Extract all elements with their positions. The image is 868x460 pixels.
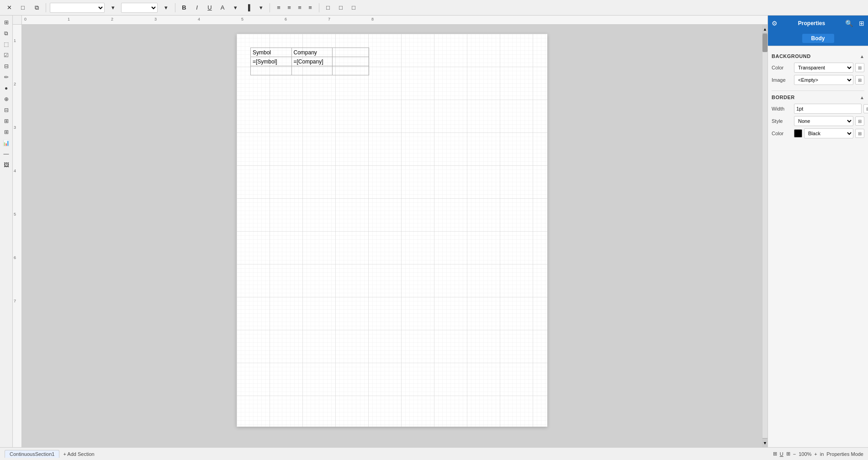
background-color-select[interactable]: Transparent (794, 63, 853, 73)
border-color-select[interactable]: Black (804, 128, 853, 138)
sidebar-point-icon[interactable]: ● (1, 83, 11, 93)
vertical-ruler: 1234567 (13, 25, 22, 447)
minimize-button[interactable]: □ (17, 2, 28, 13)
background-toggle[interactable]: ▲ (860, 54, 864, 59)
scroll-down-button[interactable]: ▼ (762, 438, 767, 447)
border-style-select[interactable]: None (794, 116, 853, 126)
background-color-expand[interactable]: ⊞ (855, 63, 864, 72)
add-section-button[interactable]: + Add Section (63, 451, 94, 457)
report-table: Symbol Company =[Symbol] =[Company] (250, 48, 369, 75)
background-image-select[interactable]: <Empty> (794, 75, 853, 85)
border-section-header: BORDER ▲ (772, 90, 864, 101)
background-color-label: Color (772, 65, 792, 70)
bottom-tools: ⊞ U ⊞ − 100% + in Properties Mode (773, 451, 863, 457)
divider-3 (270, 3, 270, 12)
sidebar-remove-icon[interactable]: ⊟ (1, 105, 11, 115)
italic-button[interactable]: I (192, 3, 202, 13)
highlight-dropdown[interactable]: ▾ (256, 3, 266, 13)
align-icon[interactable]: ⊞ (786, 451, 790, 457)
font-family-dropdown[interactable]: ▾ (107, 2, 118, 13)
border-width-input[interactable] (794, 104, 862, 114)
properties-extra-icon[interactable]: ⊞ (855, 16, 868, 31)
copy-button[interactable]: ⧉ (31, 2, 42, 13)
sidebar-section-icon[interactable]: ⬚ (1, 39, 11, 49)
zoom-plus[interactable]: + (814, 451, 817, 457)
sidebar-image-icon[interactable]: 🖼 (1, 160, 11, 170)
divider-1 (46, 3, 46, 12)
border-width-row: Width ⊞ (772, 104, 864, 114)
table-cell-empty-2 (291, 66, 333, 75)
sidebar-minus-icon[interactable]: ⊟ (1, 61, 11, 71)
scroll-up-button[interactable]: ▲ (762, 25, 767, 34)
divider-2 (175, 3, 175, 12)
section-tab[interactable]: ContinuousSection1 (5, 450, 59, 458)
underline-button[interactable]: U (205, 3, 215, 13)
page: Symbol Company =[Symbol] =[Company] (237, 34, 547, 427)
align-left-button[interactable]: ≡ (274, 3, 284, 13)
font-color-button[interactable]: A (217, 3, 228, 13)
sidebar-add-icon[interactable]: ⊕ (1, 94, 11, 104)
sidebar-check-icon[interactable]: ☑ (1, 50, 11, 60)
border-color-expand[interactable]: ⊞ (855, 129, 864, 138)
close-button[interactable]: ✕ (4, 2, 15, 13)
sidebar-select-icon[interactable]: ⧉ (1, 28, 11, 38)
font-size-select[interactable] (121, 3, 158, 13)
sidebar-chart-icon[interactable]: 📊 (1, 138, 11, 148)
background-image-expand[interactable]: ⊞ (855, 75, 864, 85)
sidebar-line-icon[interactable]: — (1, 149, 11, 159)
table-header-symbol: Symbol (251, 48, 292, 57)
border-style-expand[interactable]: ⊞ (855, 116, 864, 126)
table-cell-empty-1 (251, 66, 292, 75)
table-row: =[Symbol] =[Company] (251, 57, 369, 66)
border-width-expand[interactable]: ⊞ (863, 104, 868, 113)
border-color-swatch[interactable] (794, 129, 802, 137)
bold-button[interactable]: B (179, 3, 189, 13)
border-toggle[interactable]: ▲ (860, 95, 864, 100)
table-cell-empty-3 (333, 66, 369, 75)
table-row-empty (251, 66, 369, 75)
main-toolbar: ✕ □ ⧉ ▾ ▾ B I U A ▾ ▐ ▾ ≡ ≡ ≡ ≡ □ □ □ (0, 0, 868, 16)
scroll-thumb[interactable] (762, 34, 767, 52)
table-header-empty (333, 48, 369, 57)
unit-label: in (820, 451, 824, 457)
align-center-button[interactable]: ≡ (284, 3, 294, 13)
table-cell-empty (333, 57, 369, 66)
properties-settings-icon[interactable]: ⚙ (768, 16, 781, 31)
body-label[interactable]: Body (802, 34, 834, 43)
ruler-row: 012345678 (13, 16, 767, 25)
layout-btn-3[interactable]: □ (349, 3, 359, 13)
highlight-button[interactable]: ▐ (243, 3, 253, 13)
grid-overlay (237, 34, 547, 427)
zoom-minus[interactable]: − (793, 451, 796, 457)
align-right-button[interactable]: ≡ (295, 3, 305, 13)
properties-tab-label: Properties (798, 20, 825, 26)
right-panel: ⚙ Properties 🔍 ⊞ Body BACKGROUND ▲ Color… (767, 16, 868, 447)
border-width-label: Width (772, 106, 792, 111)
properties-content: BACKGROUND ▲ Color Transparent ⊞ Image <… (768, 46, 868, 447)
document-area[interactable]: Symbol Company =[Symbol] =[Company] (22, 25, 762, 447)
table-cell-company: =[Company] (291, 57, 333, 66)
sidebar-pen-icon[interactable]: ✏ (1, 72, 11, 82)
scroll-track (762, 34, 767, 438)
properties-mode-label[interactable]: Properties Mode (826, 451, 863, 457)
layout-btn-2[interactable]: □ (336, 3, 346, 13)
sidebar-cursor-icon[interactable]: ⊞ (1, 17, 11, 27)
border-style-label: Style (772, 118, 792, 124)
sidebar-table-icon[interactable]: ⊞ (1, 116, 11, 126)
underline-icon[interactable]: U (780, 451, 783, 457)
font-family-select[interactable] (50, 3, 105, 13)
background-section-header: BACKGROUND ▲ (772, 53, 864, 60)
layout-btn-1[interactable]: □ (323, 3, 333, 13)
properties-tab[interactable]: Properties (781, 16, 842, 31)
vertical-scrollbar[interactable]: ▲ ▼ (762, 25, 767, 447)
font-color-dropdown[interactable]: ▾ (230, 3, 240, 13)
main-area: ⊞ ⧉ ⬚ ☑ ⊟ ✏ ● ⊕ ⊟ ⊞ ⊞ 📊 — 🖼 012345678 12… (0, 16, 868, 447)
alignment-group: ≡ ≡ ≡ ≡ (274, 3, 315, 13)
background-color-row: Color Transparent ⊞ (772, 63, 864, 73)
grid-icon[interactable]: ⊞ (773, 451, 777, 457)
align-justify-button[interactable]: ≡ (305, 3, 315, 13)
sidebar-grid-icon[interactable]: ⊞ (1, 127, 11, 137)
font-size-dropdown[interactable]: ▾ (160, 2, 171, 13)
border-style-row: Style None ⊞ (772, 116, 864, 126)
properties-search-icon[interactable]: 🔍 (842, 16, 855, 31)
